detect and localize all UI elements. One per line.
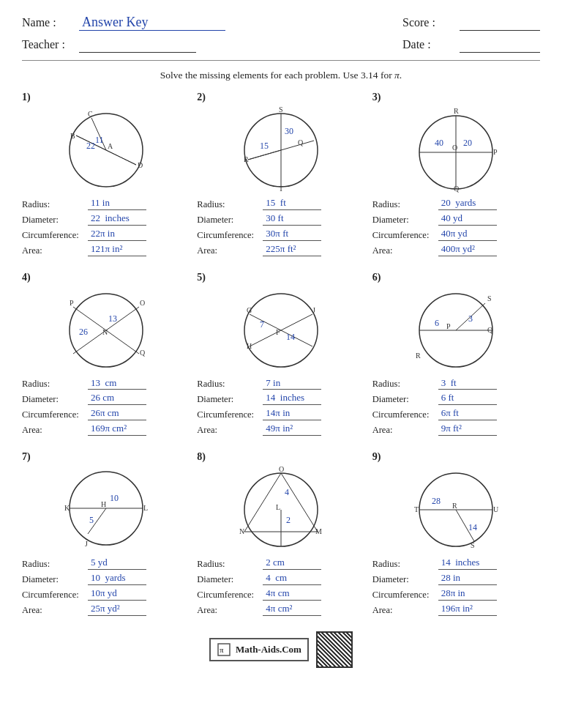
svg-line-69 xyxy=(244,473,281,532)
date-row: Date : xyxy=(402,37,540,53)
svg-text:Q: Q xyxy=(454,185,460,193)
circumference-row: Circumference: 22π in xyxy=(22,228,190,241)
problem-7-number: 7) xyxy=(22,451,31,463)
circle-diagram-3: R Q P O 40 20 xyxy=(408,105,503,193)
svg-text:22: 22 xyxy=(86,141,95,151)
problem-3-number: 3) xyxy=(372,92,381,103)
svg-text:20: 20 xyxy=(463,138,472,148)
svg-text:26: 26 xyxy=(79,327,88,337)
svg-text:P: P xyxy=(446,322,451,330)
svg-text:R: R xyxy=(416,352,421,360)
svg-text:R: R xyxy=(244,155,249,163)
svg-text:P: P xyxy=(70,299,74,307)
problem-8-fields: Radius: 2 cm Diameter: 4 cm Circumferenc… xyxy=(197,557,364,618)
svg-text:J: J xyxy=(312,306,315,314)
svg-text:A: A xyxy=(108,142,113,150)
svg-text:S: S xyxy=(471,541,475,549)
svg-text:T: T xyxy=(414,505,419,513)
svg-text:14: 14 xyxy=(286,332,295,342)
svg-text:6: 6 xyxy=(435,318,439,328)
svg-text:M: M xyxy=(315,527,322,535)
svg-text:B: B xyxy=(70,132,75,140)
teacher-value xyxy=(79,37,196,53)
score-row: Score : xyxy=(402,15,540,31)
problem-2-number: 2) xyxy=(197,92,206,103)
problem-3-fields: Radius: 20 yards Diameter: 40 yd Circumf… xyxy=(372,197,540,259)
svg-text:Q: Q xyxy=(487,326,493,334)
svg-text:N: N xyxy=(102,328,108,336)
problem-5-number: 5) xyxy=(197,272,206,283)
circle-diagram-1: C B A D 22 11 xyxy=(59,105,154,193)
svg-text:S: S xyxy=(279,105,283,114)
problem-4-number: 4) xyxy=(22,272,31,283)
svg-text:40: 40 xyxy=(435,138,443,148)
svg-text:R: R xyxy=(454,107,459,115)
svg-line-3 xyxy=(106,150,136,165)
problem-8-number: 8) xyxy=(197,451,206,463)
svg-text:5: 5 xyxy=(89,515,94,525)
problems-grid: 1) C B A D 22 11 Radius: 11 in xyxy=(22,92,540,618)
name-value: Answer Key xyxy=(79,15,225,31)
instructions: Solve the missing elements for each prob… xyxy=(22,70,540,81)
math-aids-icon: π xyxy=(217,642,231,657)
svg-text:H: H xyxy=(247,342,252,350)
problem-7-fields: Radius: 5 yd Diameter: 10 yards Circumfe… xyxy=(22,557,190,618)
diameter-row: Diameter: 22 inches xyxy=(22,212,190,226)
circle-diagram-7: K L J H 10 5 xyxy=(59,464,154,552)
svg-text:3: 3 xyxy=(468,313,473,324)
problem-6-number: 6) xyxy=(372,272,381,283)
problem-8: 8) O M N L 4 2 Radius: 2 cm Diame xyxy=(197,451,364,618)
problem-5-fields: Radius: 7 in Diameter: 14 inches Circumf… xyxy=(197,377,364,439)
date-label: Date : xyxy=(402,38,454,51)
svg-text:28: 28 xyxy=(432,496,441,506)
teacher-row: Teacher : xyxy=(22,37,225,53)
header-right: Score : Date : xyxy=(402,15,540,53)
svg-text:S: S xyxy=(487,294,492,302)
svg-text:L: L xyxy=(276,503,280,511)
svg-text:7: 7 xyxy=(260,319,264,330)
svg-text:C: C xyxy=(88,110,93,118)
problem-4-fields: Radius: 13 cm Diameter: 26 cm Circumfere… xyxy=(22,377,190,439)
svg-text:R: R xyxy=(452,502,457,510)
problem-2: 2) S R Q T 30 15 Radius: 15 ft Diameter: xyxy=(197,92,364,259)
svg-text:F: F xyxy=(276,328,280,336)
problem-6-fields: Radius: 3 ft Diameter: 6 ft Circumferenc… xyxy=(372,377,540,439)
svg-text:Q: Q xyxy=(140,349,146,357)
math-aids-logo: π Math-Aids.Com xyxy=(209,638,309,661)
svg-text:14: 14 xyxy=(468,522,477,532)
footer: π Math-Aids.Com xyxy=(22,631,540,668)
svg-text:2: 2 xyxy=(286,515,291,525)
problem-1-fields: Radius: 11 in Diameter: 22 inches Circum… xyxy=(22,197,190,259)
name-row: Name : Answer Key xyxy=(22,15,225,31)
svg-text:π: π xyxy=(220,646,224,654)
area-row: Area: 121π in² xyxy=(22,243,190,256)
svg-text:U: U xyxy=(493,505,499,513)
circle-diagram-9: T U S R 28 14 xyxy=(408,464,503,552)
problem-2-fields: Radius: 15 ft Diameter: 30 ft Circumfere… xyxy=(197,197,364,259)
circle-diagram-8: O M N L 4 2 xyxy=(233,464,329,552)
svg-line-14 xyxy=(248,150,281,160)
svg-text:J: J xyxy=(85,540,88,548)
svg-text:11: 11 xyxy=(95,135,104,145)
svg-text:O: O xyxy=(279,465,284,473)
score-value xyxy=(460,15,540,31)
problem-9-number: 9) xyxy=(372,451,381,463)
circle-diagram-6: S Q R P 6 3 xyxy=(408,285,503,373)
svg-text:O: O xyxy=(140,299,145,307)
svg-text:G: G xyxy=(247,306,252,314)
svg-text:T: T xyxy=(279,185,283,193)
circle-diagram-2: S R Q T 30 15 xyxy=(233,105,329,193)
svg-text:O: O xyxy=(452,144,457,152)
date-value xyxy=(460,37,540,53)
svg-text:D: D xyxy=(138,161,143,169)
qr-code xyxy=(316,631,353,668)
circle-diagram-4: P O Q N 26 13 xyxy=(59,285,154,373)
svg-text:13: 13 xyxy=(108,313,117,324)
problem-9: 9) T U S R 28 14 Radius: 14 inches Diame… xyxy=(372,451,540,618)
svg-text:4: 4 xyxy=(285,487,289,497)
radius-row: Radius: 11 in xyxy=(22,197,190,210)
problem-4: 4) P O Q N 26 13 Radius: 13 cm Diameter:… xyxy=(22,272,190,439)
svg-text:L: L xyxy=(143,504,148,512)
name-label: Name : xyxy=(22,16,73,29)
circle-diagram-5: G J H F 7 14 xyxy=(233,285,329,373)
